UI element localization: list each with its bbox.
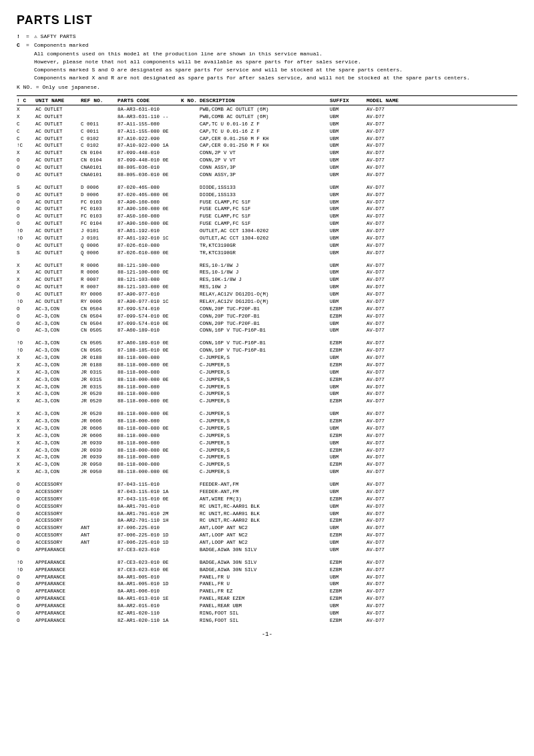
table-row: X AC OUTLET R 0006 88-121-100-080 0E RES… [17, 269, 517, 276]
row-parts: 87-099-574-010 0E [117, 313, 181, 320]
row-suffix: UBM [330, 327, 366, 334]
row-unit: ACCESSORY [35, 539, 81, 546]
row-kno [181, 461, 200, 468]
table-row: O ACCESSORY ANT 87-006-225-010 ANT,LOOP … [17, 524, 517, 532]
table-row: X AC-3,CON JR 0939 88-118-000-080 0E C-J… [17, 447, 517, 454]
row-desc: ANT,LOOP ANT NC2 [200, 524, 330, 532]
table-row: X AC-3,CON JR 0939 88-118-000-080 C-JUMP… [17, 440, 517, 447]
row-model: AV-D77 [366, 327, 407, 334]
row-ic: X [17, 425, 35, 432]
row-ref: CN 0505 [81, 340, 117, 347]
row-unit: AC-3,CON [35, 347, 81, 354]
table-row: X AC-3,CON JR 0606 88-118-000-080 C-JUMP… [17, 432, 517, 440]
row-ref: CN 0505 [81, 327, 117, 334]
row-kno [181, 192, 200, 199]
row-parts: 87-026-610-080 0E [117, 250, 181, 257]
row-model: AV-D77 [366, 199, 407, 206]
row-desc: RELAY,AC12V DG12D1-O(M) [200, 298, 330, 306]
row-parts: 8A-AR2-701-110 1H [117, 517, 181, 524]
row-ic: !O [17, 235, 35, 242]
row-ref: ANT [81, 539, 117, 546]
row-unit: ACCESSORY [35, 510, 81, 518]
row-ic: O [17, 213, 35, 220]
row-ref [81, 595, 117, 603]
row-suffix: UBM [330, 192, 366, 199]
table-row: O AC OUTLET FC 0103 87-A50-160-080 FUSE … [17, 213, 517, 220]
row-ic: O [17, 481, 35, 488]
row-unit: AC OUTLET [35, 242, 81, 250]
row-ic: O [17, 192, 35, 199]
row-desc: PANEL,FR EZ [200, 588, 330, 595]
row-model: AV-D77 [366, 588, 407, 595]
row-model: AV-D77 [366, 566, 407, 574]
col-header-model: MODEL NAME [366, 97, 407, 103]
row-parts: 88-118-000-080 0E [117, 447, 181, 454]
row-parts: 87-A10-922-090 1A [117, 142, 181, 149]
row-kno [181, 184, 200, 192]
row-suffix: EZBM [330, 418, 366, 425]
row-kno [181, 595, 200, 603]
row-parts: 87-A61-192-010 1C [117, 235, 181, 242]
row-ic: X [17, 276, 35, 284]
row-ref: JR 0606 [81, 425, 117, 432]
row-suffix: UBM [330, 510, 366, 518]
row-unit: AC OUTLET [35, 157, 81, 164]
row-suffix: UBM [330, 250, 366, 257]
row-model: AV-D77 [366, 320, 407, 328]
row-kno [181, 546, 200, 554]
row-unit: AC-3,CON [35, 313, 81, 320]
row-suffix: UBM [330, 213, 366, 220]
row-model: AV-D77 [366, 517, 407, 524]
table-row: O APPEARANCE 8A-AR2-015-010 PANEL,REAR U… [17, 603, 517, 610]
row-suffix: EZBM [330, 398, 366, 405]
row-ref: JR 0939 [81, 454, 117, 461]
row-ref: JR 0950 [81, 468, 117, 476]
row-suffix: EZBM [330, 362, 366, 369]
table-row: O ACCESSORY 87-043-115-010 1A FEEDER-ANT… [17, 488, 517, 496]
row-suffix: UBM [330, 546, 366, 554]
row-unit: AC-3,CON [35, 362, 81, 369]
row-kno [181, 454, 200, 461]
row-unit: AC OUTLET [35, 228, 81, 235]
row-kno [181, 306, 200, 313]
row-ic: X [17, 461, 35, 468]
row-ref [81, 113, 117, 121]
row-ref: JR 0188 [81, 362, 117, 369]
row-model: AV-D77 [366, 340, 407, 347]
row-parts: 87-006-225-010 1D [117, 539, 181, 546]
row-model: AV-D77 [366, 106, 407, 113]
row-unit: AC-3,CON [35, 425, 81, 432]
row-ic: !O [17, 566, 35, 574]
row-suffix: EZBM [330, 347, 366, 354]
row-parts: 87-043-115-010 [117, 481, 181, 488]
row-unit: AC OUTLET [35, 135, 81, 143]
row-ic: O [17, 164, 35, 171]
row-model: AV-D77 [366, 206, 407, 213]
row-kno [181, 574, 200, 581]
row-ref [81, 603, 117, 610]
row-desc: PWB,COMB AC OUTLET (6M) [200, 113, 330, 121]
row-suffix: UBM [330, 171, 366, 179]
row-kno [181, 566, 200, 574]
row-unit: APPEARANCE [35, 566, 81, 574]
row-parts: 8A-AR1-006-010 [117, 588, 181, 595]
row-ref: JR 0520 [81, 390, 117, 398]
row-unit: AC OUTLET [35, 121, 81, 128]
row-ref: R 0007 [81, 276, 117, 284]
table-row: !C AC OUTLET C 0102 87-A10-922-090 1A CA… [17, 142, 517, 149]
row-desc: C-JUMPER,S [200, 461, 330, 468]
row-parts: 88-118-000-080 0E [117, 362, 181, 369]
row-suffix: UBM [330, 574, 366, 581]
row-unit: APPEARANCE [35, 559, 81, 566]
row-desc: CAP,CER 0.01-250 M F KH [200, 135, 330, 143]
row-ic: S [17, 250, 35, 257]
row-parts: 8A-AR3-631-010 [117, 106, 181, 113]
table-row: X AC-3,CON JR 0950 88-118-000-080 C-JUMP… [17, 461, 517, 468]
row-model: AV-D77 [366, 369, 407, 376]
row-unit: AC-3,CON [35, 327, 81, 334]
row-kno [181, 149, 200, 157]
row-kno [181, 603, 200, 610]
row-kno [181, 610, 200, 617]
row-model: AV-D77 [366, 121, 407, 128]
parts-table: X AC OUTLET 8A-AR3-631-010 PWB,COMB AC O… [17, 106, 517, 625]
